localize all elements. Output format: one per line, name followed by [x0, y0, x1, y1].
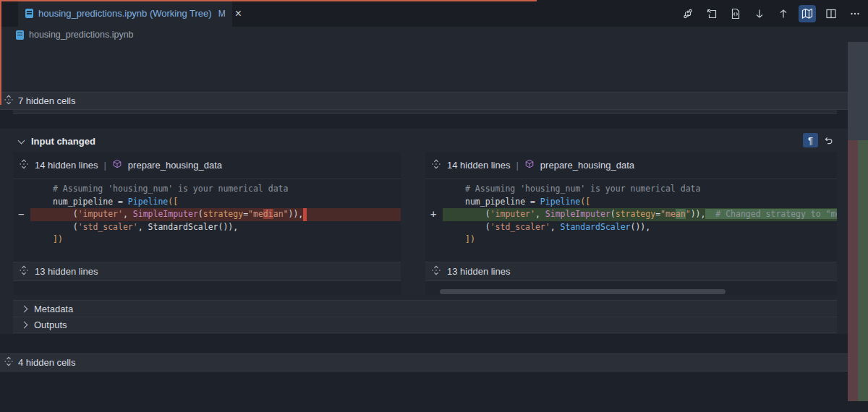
close-icon[interactable]: ×	[235, 8, 242, 20]
hidden-lines-bottom-label: 13 hidden lines	[35, 266, 98, 277]
revert-cell-button[interactable]	[821, 133, 835, 147]
map-collapse-unchanged-icon	[801, 8, 813, 20]
next-change-button[interactable]	[751, 5, 768, 22]
symbol-method-icon	[524, 159, 535, 171]
arrow-down-icon	[754, 8, 765, 20]
unfold-icon	[431, 265, 441, 278]
hidden-lines-top-label: 14 hidden lines	[35, 160, 98, 171]
code-original[interactable]: # Assuming 'housing_num' is your numeric…	[30, 183, 401, 246]
modified-badge: M	[218, 9, 226, 19]
metadata-row[interactable]: Metadata	[13, 300, 837, 317]
hidden-lines-bottom-label: 13 hidden lines	[447, 266, 510, 277]
pane-header-modified[interactable]: 14 hidden lines | prepare_housing_data	[425, 152, 837, 179]
outputs-row[interactable]: Outputs	[13, 317, 837, 333]
compare-changes-icon	[682, 8, 694, 20]
separator: |	[516, 160, 518, 171]
deleted-line-gutter: −	[18, 208, 30, 221]
code-modified[interactable]: # Assuming 'housing_num' is your numeric…	[443, 183, 837, 246]
notebook-icon	[16, 30, 24, 40]
accent-line-left	[0, 0, 1, 105]
chevron-down-icon	[18, 137, 25, 144]
unfold-icon	[431, 159, 441, 171]
diff-pane-modified: 14 hidden lines | prepare_housing_data +…	[425, 152, 837, 295]
vertical-scrollbar-thumb[interactable]	[848, 42, 868, 140]
hidden-cells-bottom-bar[interactable]: 4 hidden cells	[0, 353, 868, 372]
hidden-cells-bottom-label: 4 hidden cells	[18, 357, 76, 368]
hidden-cells-top-label: 7 hidden cells	[18, 95, 76, 106]
chevron-right-icon	[21, 322, 28, 329]
notebook-diff-editor: housing_predictions.ipynb (Working Tree)…	[0, 0, 868, 412]
input-changed-cell: Input changed ¶ 14 hidden lines	[0, 129, 868, 334]
input-changed-header[interactable]: Input changed	[19, 136, 95, 147]
metadata-label: Metadata	[34, 304, 73, 314]
whitespace-toggle-button[interactable]: ¶	[803, 133, 818, 147]
unfold-icon	[4, 95, 14, 107]
unfold-icon	[4, 356, 14, 369]
chevron-right-icon	[21, 305, 28, 312]
tab-housing-predictions[interactable]: housing_predictions.ipynb (Working Tree)…	[18, 0, 232, 27]
collapse-unchanged-button[interactable]	[799, 5, 816, 22]
breadcrumb-filename: housing_predictions.ipynb	[29, 30, 134, 40]
symbol-name: prepare_housing_data	[128, 160, 222, 171]
added-line-gutter: +	[430, 208, 442, 221]
symbol-method-icon	[112, 159, 122, 171]
notebook-icon	[25, 9, 33, 18]
horizontal-scrollbar[interactable]	[440, 289, 726, 294]
split-editor-icon	[825, 8, 837, 20]
hidden-cells-top-bar[interactable]: 7 hidden cells	[0, 92, 868, 110]
tab-bar: housing_predictions.ipynb (Working Tree)…	[0, 0, 868, 27]
hidden-lines-bottom-row[interactable]: 13 hidden lines	[13, 262, 401, 281]
open-changes-button[interactable]	[703, 5, 720, 22]
pane-header-original[interactable]: 14 hidden lines | prepare_housing_data	[13, 152, 401, 179]
overview-ruler-added	[858, 140, 868, 401]
input-changed-title: Input changed	[31, 136, 95, 147]
accent-line-top	[0, 0, 537, 1]
breadcrumb[interactable]: housing_predictions.ipynb	[0, 27, 868, 43]
discard-undo-icon	[823, 135, 834, 146]
outputs-label: Outputs	[34, 319, 67, 330]
diff-pane-original: 14 hidden lines | prepare_housing_data −…	[13, 152, 401, 295]
open-as-text-button[interactable]	[727, 5, 744, 22]
open-changes-icon	[706, 8, 718, 20]
symbol-name: prepare_housing_data	[540, 160, 634, 171]
notebook-metadata-region: Notebook Metadata	[0, 43, 868, 92]
unfold-icon	[19, 265, 29, 278]
hidden-lines-bottom-row[interactable]: 13 hidden lines	[425, 262, 837, 281]
more-actions-icon	[849, 8, 861, 20]
previous-change-button[interactable]	[775, 5, 792, 22]
unfold-icon	[19, 159, 29, 171]
tab-title: housing_predictions.ipynb (Working Tree)	[38, 8, 212, 19]
compare-changes-button[interactable]	[679, 5, 697, 22]
editor-toolbar	[679, 0, 864, 27]
file-code-icon	[730, 8, 741, 20]
separator: |	[103, 160, 106, 171]
arrow-up-icon	[778, 8, 789, 20]
hidden-lines-top-label: 14 hidden lines	[447, 160, 510, 171]
overview-ruler-deleted	[848, 140, 858, 401]
more-actions-button[interactable]	[846, 5, 864, 22]
split-editor-button[interactable]	[822, 5, 840, 22]
